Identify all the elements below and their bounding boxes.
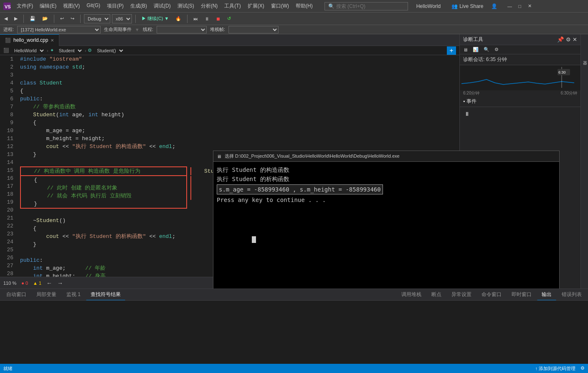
menu-build[interactable]: 生成(B) (127, 1, 150, 11)
menu-debug[interactable]: 调试(D) (150, 1, 174, 11)
hot-reload-button[interactable]: 🔥 (173, 15, 184, 22)
process-combo[interactable]: [1372] HelloWorld.exe (17, 26, 101, 33)
events-content: ⏸ (460, 107, 580, 121)
window-controls: — □ ✕ (506, 2, 534, 10)
main-area: ⬛ hello_world.cpp ✕ ⬛ HelloWorld › ✦ Stu… (0, 34, 588, 289)
tab-auto-window[interactable]: 自动窗口 (2, 289, 31, 300)
add-to-source-control[interactable]: ↑ 添加到源代码管理 (535, 365, 575, 372)
continue-button[interactable]: ▶ 继续(C) ▼ (139, 15, 171, 23)
diag-close-button[interactable]: ✕ (573, 36, 577, 43)
live-share-label: Live Share (459, 3, 483, 9)
side-tab-4[interactable]: 器 (580, 54, 588, 61)
menu-file[interactable]: 文件(F) (13, 1, 36, 11)
nav-fwd-button[interactable]: → (57, 280, 63, 286)
session-label: 诊断会话: 6:35 分钟 (463, 56, 507, 62)
restart-button[interactable]: ↺ (225, 15, 233, 22)
tab-breakpoints[interactable]: 断点 (427, 289, 446, 300)
events-label: ▪ 事件 (463, 98, 476, 105)
pause-button[interactable]: ⏸ (202, 15, 212, 22)
diag-settings2-button[interactable]: ⚙ (493, 46, 500, 53)
toolbar-sep-4 (135, 15, 136, 23)
open-button[interactable]: 📂 (40, 15, 51, 22)
tab-close-icon[interactable]: ✕ (51, 38, 54, 43)
diagnostics-header-buttons: 📌 ⚙ ✕ (557, 36, 577, 43)
thread-combo[interactable] (157, 26, 207, 33)
code-line-9: { (20, 119, 459, 127)
close-button[interactable]: ✕ (526, 2, 534, 10)
tab-immediate-window[interactable]: 即时窗口 (507, 289, 536, 300)
breadcrumb-sep-1: › (47, 48, 48, 53)
side-tab-3[interactable]: 试 (580, 48, 588, 54)
stack-combo[interactable] (228, 26, 279, 33)
tab-command-window[interactable]: 命令窗口 (477, 289, 506, 300)
menu-git[interactable]: Git(G) (83, 1, 104, 11)
forward-button[interactable]: ▶ (12, 15, 20, 22)
arch-combo[interactable]: x86 (112, 14, 132, 23)
live-share-button[interactable]: 👥 Live Share (447, 2, 487, 10)
redo-button[interactable]: ↪ (68, 15, 77, 22)
console-title-bar[interactable]: 🖥 选择 D:\002_Project\006_Visual_Studio\He… (213, 151, 559, 162)
tab-error-list[interactable]: 错误列表 (557, 289, 586, 300)
debug-config-combo[interactable]: Debug (84, 14, 110, 23)
diag-cpu-button[interactable]: 📊 (471, 46, 480, 53)
code-line-4: class Student (20, 79, 459, 87)
code-line-3 (20, 71, 459, 79)
maximize-button[interactable]: □ (516, 2, 524, 10)
status-text: 就绪 (3, 365, 13, 372)
breadcrumb-combo-1[interactable]: HelloWorld (11, 48, 45, 54)
stop-button[interactable]: ⏹ (213, 15, 223, 22)
menu-project[interactable]: 项目(P) (104, 1, 127, 11)
menu-tools[interactable]: 工具(T) (221, 1, 244, 11)
diag-settings-button[interactable]: ⚙ (566, 36, 571, 43)
menu-view[interactable]: 视图(V) (60, 1, 83, 11)
search-input[interactable] (336, 3, 395, 9)
side-tab-1[interactable]: 沙 (580, 34, 588, 41)
back-button[interactable]: ◀ (2, 15, 10, 22)
tab-call-stack[interactable]: 调用堆栈 (397, 289, 426, 300)
menu-extensions[interactable]: 扩展(X) (244, 1, 268, 11)
diagnostics-title: 诊断工具 (463, 36, 483, 43)
add-split-editor-button[interactable]: + (447, 46, 456, 55)
chart-time-2: 6:30分钟 (561, 90, 577, 96)
console-title-icon: 🖥 (217, 154, 221, 159)
stack-label: 堆栈帧: (210, 26, 225, 33)
breadcrumb-icon: ⬛ (3, 48, 9, 53)
menu-window[interactable]: 窗口(W) (268, 1, 292, 11)
chart-time-labels: 6:20分钟 6:30分钟 (460, 90, 580, 96)
events-pause-button[interactable]: ⏸ (463, 110, 471, 118)
menu-analyze[interactable]: 分析(N) (198, 1, 221, 11)
events-header: ▪ 事件 (460, 96, 580, 107)
tab-watch-1[interactable]: 监视 1 (62, 289, 85, 300)
console-cursor-line (217, 225, 556, 253)
breadcrumb-combo-2[interactable]: Student (56, 48, 83, 54)
search-icon: 🔍 (328, 3, 335, 9)
settings-icon[interactable]: ⚙ (580, 365, 585, 372)
step-over-button[interactable]: ⏭ (191, 15, 200, 22)
tab-local-vars[interactable]: 局部变量 (32, 289, 61, 300)
toolbar-sep-1 (23, 15, 24, 23)
diag-pin-button[interactable]: 📌 (557, 36, 564, 43)
breadcrumb-end: + (447, 46, 456, 55)
account-icon[interactable]: 👤 (488, 3, 501, 10)
console-title-text: 选择 D:\002_Project\006_Visual_Studio\Hell… (225, 153, 400, 159)
diag-memory-button[interactable]: 🖥 (461, 46, 469, 53)
breadcrumb-combo-3[interactable]: Student() (94, 48, 124, 54)
tab-exception-settings[interactable]: 异常设置 (447, 289, 476, 300)
nav-back-button[interactable]: ← (46, 280, 52, 286)
status-right: ↑ 添加到源代码管理 ⚙ (535, 365, 585, 372)
tab-filename: hello_world.cpp (13, 37, 48, 43)
file-icon: ⬛ (5, 38, 11, 43)
menu-edit[interactable]: 编辑(E) (36, 1, 60, 11)
menu-help[interactable]: 帮助(H) (292, 1, 316, 11)
tab-find-symbols[interactable]: 查找符号结果 (86, 289, 125, 300)
minimize-button[interactable]: — (506, 2, 514, 10)
editor-tab-hello-world[interactable]: ⬛ hello_world.cpp ✕ (0, 34, 59, 46)
undo-button[interactable]: ↩ (58, 15, 66, 22)
tab-output[interactable]: 输出 (537, 289, 556, 300)
menu-test[interactable]: 测试(S) (174, 1, 198, 11)
thread-label: 线程: (143, 26, 153, 33)
console-window: 🖥 选择 D:\002_Project\006_Visual_Studio\He… (213, 151, 560, 289)
side-tab-2[interactable]: 调 (580, 41, 588, 48)
save-button[interactable]: 💾 (27, 15, 38, 22)
diag-search-button[interactable]: 🔍 (482, 46, 491, 53)
